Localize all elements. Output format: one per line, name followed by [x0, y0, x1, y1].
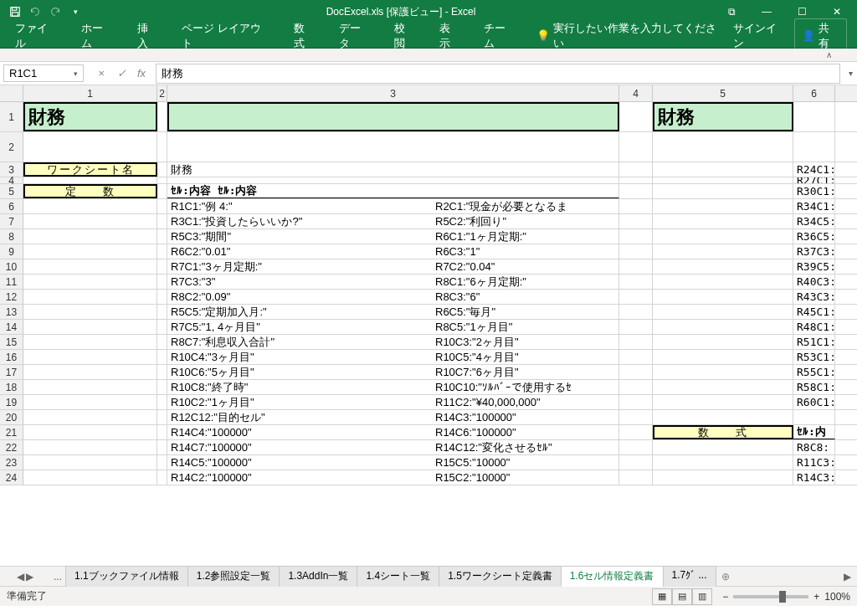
column-header[interactable]: 4: [619, 85, 653, 101]
cell[interactable]: [157, 305, 167, 319]
cell[interactable]: [653, 380, 793, 394]
cell[interactable]: R43C3:: [793, 290, 835, 304]
sheet-tab[interactable]: 1.5ワークシート定義書: [439, 566, 562, 587]
cell[interactable]: R34C5:: [793, 214, 835, 228]
cell[interactable]: [23, 395, 157, 409]
collapse-ribbon-icon[interactable]: ∧: [826, 50, 832, 59]
row-header[interactable]: 13: [0, 305, 23, 319]
cell[interactable]: [653, 259, 793, 274]
cell[interactable]: [157, 320, 167, 334]
cell[interactable]: R36C5:: [793, 229, 835, 244]
cell[interactable]: [619, 335, 653, 349]
cell[interactable]: [653, 290, 793, 304]
cell[interactable]: [157, 162, 167, 177]
cell[interactable]: [619, 229, 653, 244]
signin-button[interactable]: サインイン: [733, 21, 787, 51]
cell[interactable]: [619, 199, 653, 213]
cell[interactable]: R7C3:"3"R8C1:"6ヶ月定期:": [167, 275, 619, 289]
ribbon-tab[interactable]: データ: [327, 16, 382, 56]
cell[interactable]: [619, 410, 653, 424]
cell[interactable]: 定 数: [23, 184, 157, 198]
cell[interactable]: R60C1:: [793, 395, 835, 409]
cell[interactable]: [157, 199, 167, 213]
row-header[interactable]: 5: [0, 184, 23, 198]
cell[interactable]: [157, 335, 167, 349]
cell[interactable]: R27C1:: [793, 177, 835, 183]
column-header[interactable]: 6: [793, 85, 835, 101]
cell[interactable]: R45C1:: [793, 305, 835, 319]
row-header[interactable]: 21: [0, 425, 23, 439]
cell[interactable]: [157, 350, 167, 364]
cell[interactable]: [619, 244, 653, 259]
cell[interactable]: [653, 350, 793, 364]
cell[interactable]: R7C1:"3ヶ月定期:"R7C2:"0.04": [167, 259, 619, 274]
tab-nav-prev-icon[interactable]: ◀: [17, 571, 24, 583]
cell[interactable]: [167, 102, 619, 131]
ribbon-tab[interactable]: 表示: [428, 16, 473, 56]
cell[interactable]: 財務: [653, 102, 793, 131]
tab-nav-next-icon[interactable]: ▶: [26, 571, 33, 583]
cell[interactable]: [157, 177, 167, 183]
row-header[interactable]: 8: [0, 229, 23, 244]
cell[interactable]: [653, 395, 793, 409]
cell[interactable]: 数 式: [653, 425, 793, 439]
cell[interactable]: [653, 335, 793, 349]
cell[interactable]: [619, 177, 653, 183]
cell[interactable]: [23, 470, 157, 485]
hscroll-right-icon[interactable]: ▶: [844, 571, 857, 583]
cell[interactable]: [619, 440, 653, 454]
cell[interactable]: [619, 320, 653, 334]
cell[interactable]: [653, 470, 793, 485]
tab-overflow-left[interactable]: ...: [50, 571, 65, 583]
cell[interactable]: R8C8:: [793, 440, 835, 454]
cell[interactable]: [157, 425, 167, 439]
cell[interactable]: [619, 275, 653, 289]
cell[interactable]: R14C3:: [793, 470, 835, 485]
cell[interactable]: [23, 320, 157, 334]
cell[interactable]: [157, 275, 167, 289]
cell[interactable]: [619, 470, 653, 485]
row-header[interactable]: 7: [0, 214, 23, 228]
cell[interactable]: [23, 132, 157, 162]
cell[interactable]: [23, 335, 157, 349]
sheet-tab[interactable]: 1.7ｸﾞ ...: [663, 566, 716, 587]
cell[interactable]: [653, 320, 793, 334]
cell[interactable]: [619, 290, 653, 304]
cell[interactable]: R8C2:"0.09"R8C3:"6": [167, 290, 619, 304]
cell[interactable]: 財務: [167, 162, 619, 177]
cell[interactable]: [157, 290, 167, 304]
ribbon-tab[interactable]: 挿入: [126, 16, 171, 56]
cell[interactable]: R51C1:: [793, 335, 835, 349]
sheet-tab[interactable]: 1.3AddIn一覧: [279, 566, 357, 587]
row-header[interactable]: 19: [0, 395, 23, 409]
cell[interactable]: [157, 132, 167, 162]
row-header[interactable]: 11: [0, 275, 23, 289]
cell[interactable]: [157, 380, 167, 394]
column-header[interactable]: 1: [23, 85, 157, 101]
cell[interactable]: [23, 199, 157, 213]
enter-formula-icon[interactable]: ✓: [112, 64, 131, 83]
cell[interactable]: R7C5:"1, 4ヶ月目"R8C5:"1ヶ月目": [167, 320, 619, 334]
zoom-slider[interactable]: [733, 595, 808, 598]
page-break-icon[interactable]: ▥: [692, 588, 712, 605]
cell[interactable]: [619, 184, 653, 198]
row-header[interactable]: 2: [0, 132, 23, 162]
cell[interactable]: [619, 102, 653, 131]
add-sheet-icon[interactable]: ⊕: [716, 571, 736, 583]
cell[interactable]: [157, 184, 167, 198]
cell[interactable]: [23, 290, 157, 304]
sheet-tab[interactable]: 1.6セル情報定義書: [561, 566, 664, 587]
row-header[interactable]: 10: [0, 259, 23, 274]
zoom-in-icon[interactable]: +: [813, 591, 819, 603]
cell[interactable]: R34C1:: [793, 199, 835, 213]
cell[interactable]: R55C1:: [793, 365, 835, 379]
row-header[interactable]: 4: [0, 177, 23, 183]
ribbon-tab[interactable]: 校閲: [382, 16, 428, 56]
ribbon-tab[interactable]: ホーム: [69, 16, 125, 56]
cell[interactable]: R10C8:"終了時"R10C10:"ｿﾙﾊﾞｰで使用するｾ: [167, 380, 619, 394]
cell[interactable]: R10C6:"5ヶ月目"R10C7:"6ヶ月目": [167, 365, 619, 379]
cell[interactable]: [157, 470, 167, 485]
cell[interactable]: [619, 395, 653, 409]
cell[interactable]: [653, 214, 793, 228]
formula-expand-icon[interactable]: ▾: [844, 69, 857, 78]
